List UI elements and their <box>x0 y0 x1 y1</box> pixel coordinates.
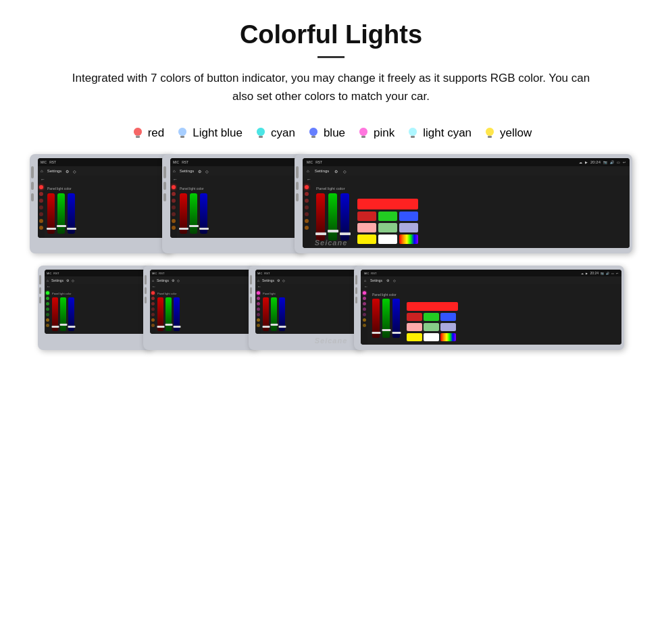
page-header: Colorful Lights Integrated with 7 colors… <box>0 0 662 122</box>
slider-red[interactable] <box>372 299 380 338</box>
panel-label: Panel light color <box>372 293 400 297</box>
settings-label: Settings <box>315 169 330 173</box>
swatch-red-large[interactable] <box>357 199 418 209</box>
slider-green[interactable] <box>382 299 390 338</box>
ind-3 <box>151 307 155 311</box>
slider-green[interactable] <box>271 297 277 331</box>
swatches-area <box>357 199 418 244</box>
ind-4 <box>39 212 43 216</box>
side-buttons-2 <box>163 166 166 201</box>
slider-red[interactable] <box>316 193 325 241</box>
ind-2 <box>363 302 366 305</box>
nav-bar: ⌂Settings⚙◇ <box>255 276 359 284</box>
side-btn <box>39 275 41 284</box>
swatch-green[interactable] <box>424 313 439 321</box>
content-wrapper: Panel light color <box>303 182 630 248</box>
sliders <box>157 297 252 331</box>
side-btn <box>31 193 34 201</box>
slider-blue[interactable] <box>392 299 400 338</box>
sliders <box>52 297 147 331</box>
diamond-icon: ◇ <box>73 169 76 174</box>
swatch-blue[interactable] <box>399 212 418 221</box>
ind-4 <box>257 313 260 316</box>
swatch-red-large[interactable] <box>407 302 458 311</box>
side-buttons <box>355 275 357 303</box>
back-row: ← <box>170 176 301 182</box>
swatch-pink[interactable] <box>357 223 376 232</box>
ind-6 <box>151 324 155 327</box>
swatch-row-4 <box>357 234 418 244</box>
swatch-midgreen[interactable] <box>378 223 397 232</box>
slider-handle <box>262 326 270 328</box>
slider-green[interactable] <box>328 193 337 241</box>
slider-handle <box>165 324 172 326</box>
slider-red[interactable] <box>47 193 55 234</box>
screen-b2: MICRST ⌂Settings⚙◇ ← <box>150 270 254 334</box>
side-buttons-3 <box>296 166 299 201</box>
svg-point-14 <box>359 128 367 136</box>
ind-4 <box>46 313 49 316</box>
svg-rect-12 <box>311 136 315 138</box>
side-btn <box>31 166 34 178</box>
ind-4 <box>151 313 155 316</box>
swatch-yellow[interactable] <box>407 333 422 341</box>
ind-1 <box>363 297 366 300</box>
swatch-lavender[interactable] <box>440 323 456 331</box>
settings-icon: ⚙ <box>66 169 69 174</box>
slider-red[interactable] <box>263 297 269 331</box>
side-buttons <box>145 275 147 303</box>
panel-label: Panel light color <box>47 187 166 191</box>
swatch-lavender[interactable] <box>399 223 418 232</box>
swatch-rainbow[interactable] <box>440 333 456 341</box>
side-btn <box>163 193 166 201</box>
side-indicators <box>38 182 45 238</box>
slider-green[interactable] <box>190 193 197 234</box>
bulb-lightcyan <box>405 126 420 141</box>
slider-red[interactable] <box>180 193 187 234</box>
swatch-midgreen[interactable] <box>424 323 439 331</box>
slider-handle-green <box>57 225 66 227</box>
side-buttons-1 <box>31 166 34 201</box>
slider-red[interactable] <box>52 297 58 331</box>
slider-handle <box>51 326 59 328</box>
side-btn <box>296 182 299 190</box>
svg-rect-9 <box>259 136 263 138</box>
ind-2 <box>46 302 49 305</box>
side-indicators <box>255 289 261 334</box>
swatch-yellow[interactable] <box>357 234 376 244</box>
bulb-lightblue <box>175 126 190 141</box>
swatch-row-1 <box>357 199 418 209</box>
side-btn <box>250 297 252 303</box>
status-bar: MICRST ☁▶ 20:24 📷🔊▭↩ <box>361 270 621 276</box>
bottom-row: MICRST ⌂Settings⚙◇ ← <box>20 266 642 350</box>
swatch-pink[interactable] <box>407 323 422 331</box>
swatch-white[interactable] <box>424 333 439 341</box>
slider-blue[interactable] <box>340 193 349 241</box>
ind-6 <box>363 324 366 327</box>
swatch-darkred[interactable] <box>357 212 376 221</box>
slider-blue[interactable] <box>200 193 207 234</box>
slider-green[interactable] <box>60 297 66 331</box>
svg-point-11 <box>309 128 317 136</box>
svg-point-17 <box>409 128 417 136</box>
swatch-white[interactable] <box>378 234 397 244</box>
content-wrapper: Panel light color <box>170 182 301 238</box>
slider-green[interactable] <box>57 193 65 234</box>
slider-blue[interactable] <box>68 193 75 234</box>
swatch-green[interactable] <box>378 212 397 221</box>
ind-5 <box>39 219 43 223</box>
status-bar: MICRST <box>45 270 149 276</box>
swatch-row-2 <box>357 212 418 221</box>
slider-blue[interactable] <box>68 297 74 331</box>
color-item-blue: blue <box>306 126 345 141</box>
ind-1 <box>46 297 49 300</box>
swatch-rainbow[interactable] <box>399 234 418 244</box>
swatch-darkred[interactable] <box>407 313 422 321</box>
slider-blue[interactable] <box>279 297 285 331</box>
side-indicators <box>45 289 50 334</box>
ind-1 <box>257 297 260 300</box>
swatch-blue[interactable] <box>440 313 456 321</box>
slider-blue[interactable] <box>174 297 180 331</box>
slider-red[interactable] <box>157 297 163 331</box>
slider-green[interactable] <box>166 297 172 331</box>
